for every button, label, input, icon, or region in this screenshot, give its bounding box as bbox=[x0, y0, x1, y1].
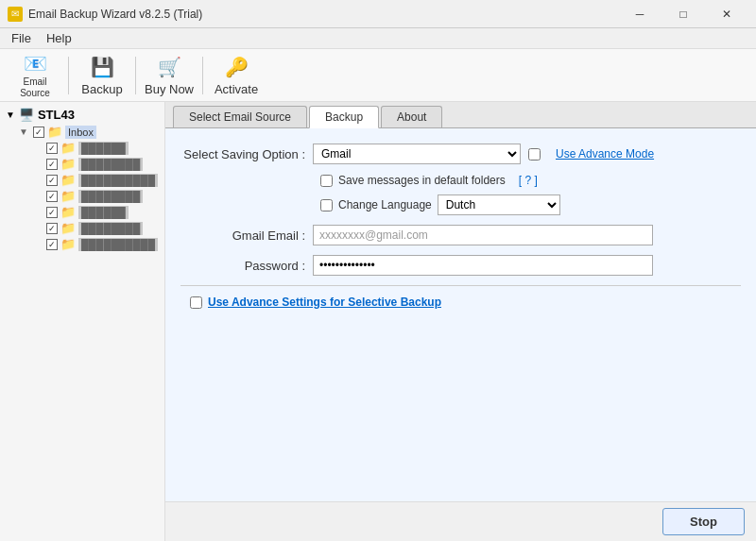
saving-option-row: Select Saving Option : Gmail Outlook Yah… bbox=[180, 144, 741, 164]
list-item[interactable]: ✓ 📁 ██████ bbox=[30, 204, 161, 220]
backup-label: Backup bbox=[81, 82, 122, 96]
backup-button[interactable]: 💾 Backup bbox=[75, 53, 129, 98]
content-spacer bbox=[180, 318, 741, 431]
use-advance-mode-checkbox[interactable] bbox=[528, 148, 541, 161]
folder-root-icon: 🖥️ bbox=[19, 108, 34, 122]
list-item[interactable]: ✓ 📁 ████████ bbox=[30, 220, 161, 236]
buy-now-icon: 🛒 bbox=[156, 54, 182, 80]
tab-backup[interactable]: Backup bbox=[309, 106, 379, 128]
tree-node-level2: ✓ 📁 ██████ ✓ 📁 ████████ ✓ 📁 ██████████ bbox=[17, 140, 161, 252]
save-default-folders-checkbox[interactable] bbox=[320, 175, 333, 187]
gmail-email-input[interactable] bbox=[313, 225, 653, 245]
buy-now-label: Buy Now bbox=[145, 82, 194, 96]
advance-settings-row: Use Advance Settings for Selective Backu… bbox=[180, 296, 741, 309]
saving-option-select[interactable]: Gmail Outlook Yahoo Hotmail bbox=[313, 144, 521, 164]
folder-icon: 📁 bbox=[60, 141, 76, 155]
sidebar: ▼ 🖥️ STL43 ▼ ✓ 📁 Inbox ✓ 📁 ██████ bbox=[0, 102, 165, 541]
item-label: ██████ bbox=[78, 142, 129, 155]
save-default-folders-row: Save messages in default folders [ ? ] bbox=[180, 174, 741, 187]
email-source-icon: 📧 bbox=[22, 52, 48, 75]
save-default-folders-label: Save messages in default folders bbox=[338, 174, 506, 187]
checkbox[interactable]: ✓ bbox=[46, 223, 58, 234]
toolbar-separator-2 bbox=[135, 57, 136, 94]
checkbox[interactable]: ✓ bbox=[33, 127, 44, 138]
menu-help[interactable]: Help bbox=[39, 29, 79, 47]
menu-file[interactable]: File bbox=[4, 29, 39, 47]
checkbox[interactable]: ✓ bbox=[46, 191, 58, 202]
maximize-button[interactable]: □ bbox=[662, 0, 705, 28]
tree-root[interactable]: ▼ 🖥️ STL43 bbox=[4, 106, 161, 124]
folder-icon: 📁 bbox=[60, 237, 76, 251]
buy-now-button[interactable]: 🛒 Buy Now bbox=[142, 53, 197, 98]
item-label: ██████ bbox=[78, 206, 129, 219]
toolbar-separator-3 bbox=[202, 57, 203, 94]
title-bar: ✉ Email Backup Wizard v8.2.5 (Trial) ─ □… bbox=[0, 0, 756, 28]
checkbox[interactable]: ✓ bbox=[46, 175, 58, 186]
password-label: Password : bbox=[180, 259, 313, 273]
backup-icon: 💾 bbox=[89, 54, 115, 80]
checkbox[interactable]: ✓ bbox=[46, 159, 58, 170]
saving-option-label: Select Saving Option : bbox=[180, 147, 313, 161]
list-item[interactable]: ▼ ✓ 📁 Inbox bbox=[17, 124, 161, 140]
close-button[interactable]: ✕ bbox=[705, 0, 748, 28]
item-label: ██████████ bbox=[78, 238, 158, 251]
list-item[interactable]: ✓ 📁 ██████████ bbox=[30, 172, 161, 188]
window-controls: ─ □ ✕ bbox=[618, 0, 748, 28]
saving-option-wrapper: Gmail Outlook Yahoo Hotmail Use Advance … bbox=[313, 144, 654, 164]
password-input[interactable] bbox=[313, 255, 653, 276]
item-label: ██████████ bbox=[78, 174, 158, 187]
checkbox[interactable]: ✓ bbox=[46, 207, 58, 218]
checkbox[interactable]: ✓ bbox=[46, 143, 58, 154]
menu-bar: File Help bbox=[0, 28, 756, 49]
tab-about[interactable]: About bbox=[381, 106, 442, 127]
activate-button[interactable]: 🔑 Activate bbox=[209, 53, 264, 98]
activate-label: Activate bbox=[215, 82, 258, 96]
folder-icon: 📁 bbox=[60, 221, 76, 235]
stop-button[interactable]: Stop bbox=[662, 508, 745, 535]
app-icon: ✉ bbox=[8, 7, 23, 22]
item-label: ████████ bbox=[78, 158, 143, 171]
use-advance-mode-label[interactable]: Use Advance Mode bbox=[556, 147, 654, 161]
change-language-label: Change Language bbox=[338, 198, 432, 211]
folder-icon: 📁 bbox=[60, 157, 76, 171]
activate-icon: 🔑 bbox=[223, 54, 249, 80]
folder-icon: 📁 bbox=[60, 173, 76, 187]
item-label: ████████ bbox=[78, 190, 143, 203]
tabs: Select Email Source Backup About bbox=[165, 102, 756, 128]
advance-settings-label[interactable]: Use Advance Settings for Selective Backu… bbox=[208, 296, 441, 309]
tab-content-backup: Select Saving Option : Gmail Outlook Yah… bbox=[165, 128, 756, 501]
tree-node-level1: ▼ ✓ 📁 Inbox ✓ 📁 ██████ ✓ 📁 ████████ bbox=[4, 124, 161, 252]
email-source-label: EmailSource bbox=[20, 76, 50, 99]
right-panel: Select Email Source Backup About Select … bbox=[165, 102, 756, 541]
list-item[interactable]: ✓ 📁 ████████ bbox=[30, 156, 161, 172]
password-row: Password : bbox=[180, 255, 741, 276]
help-link[interactable]: [ ? ] bbox=[519, 174, 538, 187]
main-area: ▼ 🖥️ STL43 ▼ ✓ 📁 Inbox ✓ 📁 ██████ bbox=[0, 102, 756, 541]
item-label: ████████ bbox=[78, 222, 143, 235]
gmail-email-row: Gmail Email : bbox=[180, 225, 741, 245]
gmail-email-label: Gmail Email : bbox=[180, 228, 313, 243]
change-language-checkbox[interactable] bbox=[320, 199, 333, 211]
toolbar-separator-1 bbox=[68, 57, 69, 94]
root-label: STL43 bbox=[38, 108, 75, 122]
folder-icon: 📁 bbox=[60, 189, 76, 203]
folder-icon: 📁 bbox=[47, 125, 62, 139]
checkbox[interactable]: ✓ bbox=[46, 239, 58, 250]
list-item[interactable]: ✓ 📁 ██████████ bbox=[30, 236, 161, 252]
list-item[interactable]: ✓ 📁 ████████ bbox=[30, 188, 161, 204]
item-label: Inbox bbox=[65, 126, 96, 139]
expand-icon: ▼ bbox=[19, 127, 30, 137]
toolbar: 📧 EmailSource 💾 Backup 🛒 Buy Now 🔑 Activ… bbox=[0, 49, 756, 102]
tab-select-email-source[interactable]: Select Email Source bbox=[173, 106, 307, 127]
advance-settings-checkbox[interactable] bbox=[190, 296, 202, 309]
folder-icon: 📁 bbox=[60, 205, 76, 219]
email-source-button[interactable]: 📧 EmailSource bbox=[8, 53, 62, 98]
list-item[interactable]: ✓ 📁 ██████ bbox=[30, 140, 161, 156]
divider bbox=[180, 285, 741, 286]
minimize-button[interactable]: ─ bbox=[618, 0, 662, 28]
change-language-row: Change Language Dutch English French Ger… bbox=[180, 194, 741, 215]
language-select[interactable]: Dutch English French German Spanish bbox=[438, 194, 560, 215]
bottom-bar: Stop bbox=[165, 501, 756, 541]
window-title: Email Backup Wizard v8.2.5 (Trial) bbox=[28, 8, 202, 21]
expand-root-icon: ▼ bbox=[6, 110, 15, 120]
